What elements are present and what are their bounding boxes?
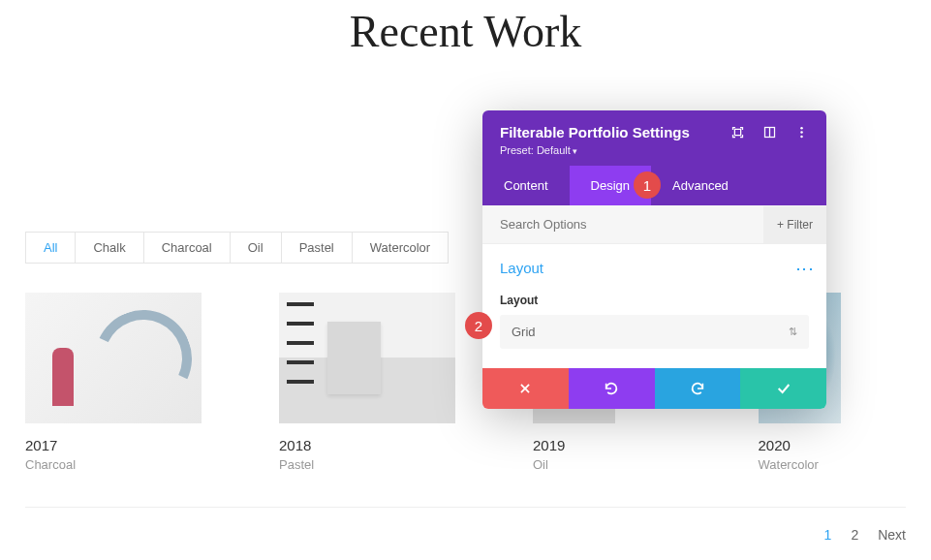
card-year: 2020 (759, 437, 907, 453)
card-year: 2018 (279, 437, 455, 453)
divider (25, 507, 906, 508)
settings-panel: Filterable Portfolio Settings Preset: De… (482, 110, 826, 409)
column-icon[interactable] (762, 125, 777, 140)
card-year: 2017 (25, 437, 202, 453)
gallery-card[interactable]: 2018 Pastel (279, 293, 455, 472)
panel-header: Filterable Portfolio Settings Preset: De… (482, 110, 826, 166)
action-bar (482, 368, 826, 409)
add-filter-button[interactable]: + Filter (763, 206, 826, 243)
annotation-badge-2: 2 (465, 312, 492, 339)
svg-point-3 (800, 127, 803, 130)
search-input[interactable] (482, 205, 763, 243)
filter-all[interactable]: All (26, 233, 76, 263)
search-row: + Filter (482, 205, 826, 244)
card-category: Pastel (279, 457, 455, 472)
filter-oil[interactable]: Oil (231, 233, 282, 263)
panel-title: Filterable Portfolio Settings (500, 124, 690, 140)
gallery-card[interactable]: 2017 Charcoal (25, 293, 202, 472)
redo-button[interactable] (655, 368, 741, 409)
svg-point-5 (800, 136, 803, 139)
filter-charcoal[interactable]: Charcoal (144, 233, 231, 263)
annotation-badge-1: 1 (634, 171, 661, 199)
layout-section: Layout ⋮ Layout Grid ⇅ (482, 244, 826, 368)
tab-content[interactable]: Content (482, 166, 570, 205)
page-2[interactable]: 2 (851, 527, 858, 543)
svg-rect-0 (734, 129, 740, 135)
section-menu-icon[interactable]: ⋮ (800, 261, 809, 276)
layout-select[interactable]: Grid ⇅ (500, 315, 809, 349)
card-category: Charcoal (25, 457, 202, 472)
card-year: 2019 (533, 437, 681, 453)
section-title[interactable]: Layout (500, 260, 543, 276)
select-value: Grid (512, 325, 536, 339)
next-page[interactable]: Next (878, 527, 906, 543)
card-category: Watercolor (759, 457, 907, 472)
fullscreen-icon[interactable] (730, 125, 745, 140)
preset-dropdown[interactable]: Preset: Default (500, 144, 809, 156)
field-label: Layout (500, 294, 809, 307)
filter-chalk[interactable]: Chalk (76, 233, 143, 263)
confirm-button[interactable] (740, 368, 826, 409)
thumbnail (279, 293, 455, 423)
thumbnail (25, 293, 202, 423)
filter-bar: All Chalk Charcoal Oil Pastel Watercolor (25, 232, 449, 264)
undo-button[interactable] (569, 368, 655, 409)
tab-advanced[interactable]: Advanced (651, 166, 750, 205)
chevron-updown-icon: ⇅ (789, 326, 797, 338)
filter-pastel[interactable]: Pastel (282, 233, 353, 263)
svg-point-4 (800, 131, 803, 134)
more-icon[interactable] (794, 125, 809, 140)
page-title: Recent Work (0, 0, 931, 57)
close-button[interactable] (482, 368, 569, 409)
page-1[interactable]: 1 (824, 527, 832, 543)
filter-watercolor[interactable]: Watercolor (353, 233, 448, 263)
card-category: Oil (533, 457, 681, 472)
pagination: 1 2 Next (824, 527, 906, 543)
